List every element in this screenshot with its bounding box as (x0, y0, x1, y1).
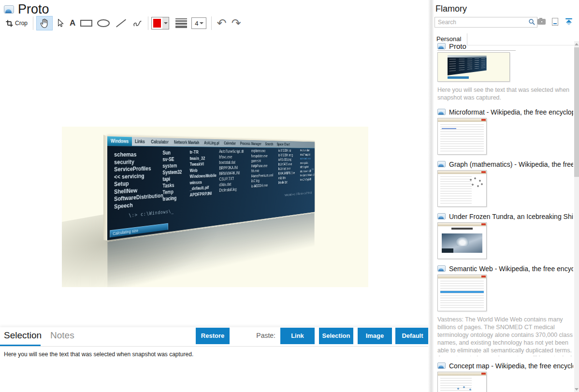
item-title: Graph (mathematics) - Wikipedia, the fre… (449, 160, 573, 168)
thumbnail-ship-photo (442, 233, 482, 253)
list-item[interactable]: Concept map - Wikipedia, the free encycl… (437, 361, 573, 392)
scrollbar-down-icon[interactable] (574, 386, 579, 392)
text-icon: A (70, 18, 75, 28)
scrollbar-thumb[interactable] (574, 47, 579, 177)
thumbnail-highlight-line (440, 291, 484, 293)
snapshot-3d-scene: Windows Links Calculator Network Mavtah … (107, 136, 315, 287)
tab-notes[interactable]: Notes (50, 330, 74, 341)
stroke-color-picker[interactable] (151, 17, 169, 29)
thumbnail-browser-bar (438, 171, 486, 174)
snapshot-header: Proto (4, 2, 49, 17)
app-logo-icon (437, 161, 446, 167)
restore-button[interactable]: Restore (196, 328, 230, 344)
camera-icon[interactable] (537, 19, 546, 25)
item-header[interactable]: Graph (mathematics) - Wikipedia, the fre… (437, 160, 573, 169)
snapshot-image: Windows Links Calculator Network Mavtah … (62, 127, 368, 287)
console-tab: Calculator (148, 137, 171, 146)
stroke-width-select[interactable]: 4 (191, 17, 206, 29)
thumbnail-link-line (442, 128, 456, 129)
line-thickness-button[interactable] (173, 16, 189, 30)
file-column: tr-TRtwain_32 TweakVIWeb WindowsMobilewi… (190, 149, 217, 198)
item-title: Semantic Web - Wikipedia, the free encyc… (449, 265, 573, 273)
sidebar-app-title: Flamory (434, 0, 579, 17)
console-tab: Space Chart (275, 141, 291, 147)
list-item[interactable]: Graph (mathematics) - Wikipedia, the fre… (437, 160, 573, 212)
stroke-width-value: 4 (195, 20, 198, 27)
selection-text: Here you will see the text that was sele… (4, 351, 193, 358)
app-logo-icon (4, 5, 14, 14)
item-thumbnail[interactable] (437, 222, 487, 259)
item-header[interactable]: Semantic Web - Wikipedia, the free encyc… (437, 264, 573, 273)
crop-icon (5, 19, 14, 28)
file-column: mozver.datmsdfmap.ini notepad.exe nsreq.… (300, 148, 315, 182)
toolbar-separator (211, 16, 212, 30)
panel-divider (428, 0, 434, 392)
paste-label: Paste: (250, 332, 275, 339)
item-description: Vastness: The World Wide Web contains ma… (437, 316, 573, 356)
file-column: AutoTuneScript.dllbfsvc.exe bootstat.dat… (219, 148, 244, 193)
thumbnail-graph-diagram (468, 176, 484, 189)
pointer-tool-button[interactable] (53, 16, 67, 30)
file-column: explorer.exefveupdate.exe game.iniHelpPa… (251, 148, 273, 189)
paste-default-button[interactable]: Default (395, 328, 430, 344)
search-input[interactable] (434, 17, 537, 28)
item-title: Proto (449, 42, 466, 50)
sidebar: Flamory Personal Proto (434, 0, 579, 392)
snapshot-canvas[interactable]: Windows Links Calculator Network Mavtah … (0, 31, 430, 327)
item-thumbnail[interactable] (437, 275, 487, 311)
item-thumbnail[interactable] (437, 52, 510, 82)
paste-image-button[interactable]: Image (358, 328, 392, 344)
item-thumbnail[interactable] (437, 372, 487, 392)
thumbnail-status-bar (448, 76, 469, 79)
app-logo-icon (437, 213, 446, 219)
list-item[interactable]: Under Frozen Tundra, an Icebreaking Ship… (437, 212, 573, 264)
line-tool-button[interactable] (112, 16, 130, 30)
freehand-tool-button[interactable] (130, 16, 145, 30)
app-logo-icon (437, 265, 446, 272)
rectangle-tool-button[interactable] (78, 16, 95, 30)
item-thumbnail[interactable] (437, 118, 487, 155)
undo-icon: ↶ (217, 18, 227, 28)
item-title: Concept map - Wikipedia, the free encycl… (449, 362, 573, 370)
sidebar-scrollbar[interactable] (574, 41, 579, 392)
hand-tool-button[interactable] (36, 16, 53, 30)
thumbnail-text-lines (440, 281, 484, 309)
hand-icon (39, 17, 50, 29)
list-item[interactable]: Proto Here you will see the text that wa… (437, 42, 573, 107)
tab-selection[interactable]: Selection (4, 330, 42, 341)
item-header[interactable]: Under Frozen Tundra, an Icebreaking Ship… (437, 212, 573, 221)
console-tab: Calendar (222, 139, 238, 147)
panel-side-face (103, 135, 107, 241)
paste-selection-button[interactable]: Selection (319, 328, 353, 344)
item-title: Under Frozen Tundra, an Icebreaking Ship… (449, 213, 573, 220)
item-header[interactable]: Concept map - Wikipedia, the free encycl… (437, 361, 573, 370)
list-item[interactable]: Semantic Web - Wikipedia, the free encyc… (437, 264, 573, 361)
console-tab: Network Mavtah (171, 138, 202, 147)
pointer-icon (55, 17, 65, 29)
item-header[interactable]: Proto (437, 42, 516, 51)
text-tool-button[interactable]: A (67, 16, 78, 30)
file-column: is-M32DH.lstis-M32DH.msg isRS-000.tmpIsU… (278, 148, 295, 185)
ellipse-tool-button[interactable] (95, 16, 112, 30)
pin-panel-icon[interactable] (565, 17, 573, 26)
item-thumbnail[interactable] (437, 170, 487, 207)
paste-link-button[interactable]: Link (280, 328, 315, 344)
main-area: Proto Crop A (0, 0, 430, 392)
redo-button[interactable]: ↷ (229, 16, 244, 30)
item-description: Here you will see the text that was sele… (437, 86, 573, 102)
file-column: Sunsv-SE systemSystem32 tapiTasks Temptr… (162, 150, 182, 203)
scrollbar-up-icon[interactable] (574, 41, 579, 47)
thumbnail-browser-bar (438, 372, 486, 376)
app-logo-icon (437, 109, 446, 115)
undo-button[interactable]: ↶ (215, 16, 229, 30)
console-tab: Process Manager (238, 140, 263, 147)
crop-button[interactable]: Crop (3, 16, 30, 30)
document-icon[interactable] (552, 18, 558, 26)
search-icon[interactable] (528, 18, 536, 26)
list-item[interactable]: Microformat - Wikipedia, the free encycl… (437, 107, 573, 160)
console-tab: AskLing.pl (202, 139, 221, 147)
app-logo-icon (437, 363, 446, 369)
item-header[interactable]: Microformat - Wikipedia, the free encycl… (437, 107, 573, 116)
color-swatch (152, 17, 162, 29)
console-tab: Search (263, 141, 275, 148)
